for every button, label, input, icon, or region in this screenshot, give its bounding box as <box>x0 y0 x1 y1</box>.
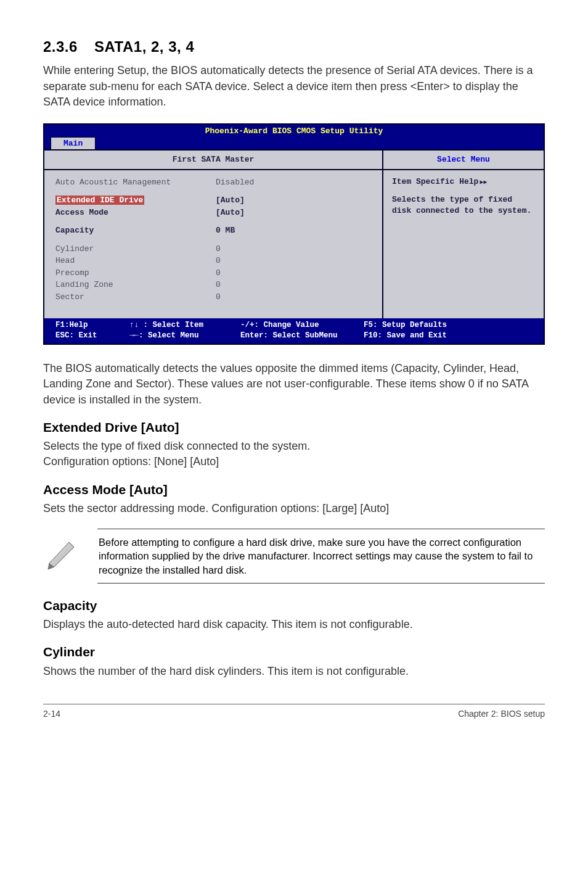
section-number: 2.3.6 <box>43 38 78 55</box>
bios-main-panel: Auto Acoustic Management Disabled Extend… <box>44 170 383 318</box>
footer-save: F10: Save and Exit <box>364 331 533 341</box>
section-heading: 2.3.6 SATA1, 2, 3, 4 <box>43 37 545 57</box>
capacity-value: 0 MB <box>216 225 371 236</box>
extended-drive-line1: Selects the type of fixed disk connected… <box>43 439 545 454</box>
footer-f1: F1:Help <box>55 320 129 331</box>
cylinder-heading: Cylinder <box>43 643 545 661</box>
after-bios-paragraph: The BIOS automatically detects the value… <box>43 361 545 408</box>
extended-drive-line2: Configuration options: [None] [Auto] <box>43 454 545 469</box>
pencil-icon <box>43 538 86 573</box>
bios-row-landing: Landing Zone 0 <box>55 279 371 291</box>
head-value: 0 <box>216 255 371 266</box>
capacity-text: Displays the auto-detected hard disk cap… <box>43 617 545 632</box>
bios-panel-title-left: First SATA Master <box>44 151 383 169</box>
access-mode-value: [Auto] <box>216 207 371 218</box>
extended-ide-value: [Auto] <box>216 195 371 206</box>
precomp-value: 0 <box>216 268 371 279</box>
capacity-heading: Capacity <box>43 597 545 614</box>
help-description: Selects the type of fixed disk connected… <box>392 194 535 216</box>
bios-titlebar: Phoenix-Award BIOS CMOS Setup Utility Ma… <box>44 125 544 151</box>
bios-tab-main: Main <box>51 137 96 150</box>
landing-label: Landing Zone <box>55 279 216 291</box>
footer-defaults: F5: Setup Defaults <box>364 320 533 331</box>
bios-row-aam: Auto Acoustic Management Disabled <box>55 176 371 189</box>
footer-leftright: →←: Select Menu <box>129 331 240 341</box>
bios-footer: F1:Help ESC: Exit ↑↓ : Select Item →←: S… <box>44 318 544 344</box>
cylinder-text: Shows the number of the hard disk cylind… <box>43 664 545 679</box>
bios-row-access: Access Mode [Auto] <box>55 207 371 219</box>
access-mode-heading: Access Mode [Auto] <box>43 481 545 498</box>
page-footer: 2-14 Chapter 2: BIOS setup <box>43 704 545 720</box>
bios-row-cylinder: Cylinder 0 <box>55 243 371 255</box>
footer-submenu: Enter: Select SubMenu <box>240 331 364 341</box>
note-text: Before attempting to configure a hard di… <box>97 529 545 584</box>
footer-esc: ESC: Exit <box>55 331 129 341</box>
bios-help-panel: Item Specific Help Selects the type of f… <box>383 170 544 318</box>
help-title: Item Specific Help <box>392 176 535 188</box>
access-mode-line1: Sets the sector addressing mode. Configu… <box>43 501 545 516</box>
bios-utility-title: Phoenix-Award BIOS CMOS Setup Utility <box>44 125 544 137</box>
aam-label: Auto Acoustic Management <box>55 177 216 188</box>
extended-ide-label: Extended IDE Drive <box>55 196 144 205</box>
section-intro: While entering Setup, the BIOS automatic… <box>43 63 545 110</box>
footer-change: -/+: Change Value <box>240 320 364 331</box>
aam-value: Disabled <box>216 177 371 188</box>
precomp-label: Precomp <box>55 268 216 279</box>
bios-panel-title-right: Select Menu <box>383 151 544 169</box>
chapter-label: Chapter 2: BIOS setup <box>458 708 545 720</box>
sector-value: 0 <box>216 292 371 303</box>
bios-row-ext: Extended IDE Drive [Auto] <box>55 194 371 207</box>
cylinder-label: Cylinder <box>55 244 216 255</box>
bios-panel-header: First SATA Master Select Menu <box>44 151 544 170</box>
bios-row-head: Head 0 <box>55 255 371 267</box>
capacity-label: Capacity <box>55 225 216 236</box>
head-label: Head <box>55 255 216 266</box>
bios-row-sector: Sector 0 <box>55 291 371 303</box>
landing-value: 0 <box>216 279 371 291</box>
cylinder-value: 0 <box>216 244 371 255</box>
footer-updown: ↑↓ : Select Item <box>129 320 240 331</box>
access-mode-label: Access Mode <box>55 207 216 218</box>
bios-screenshot: Phoenix-Award BIOS CMOS Setup Utility Ma… <box>43 123 545 345</box>
section-title: SATA1, 2, 3, 4 <box>94 38 194 55</box>
bios-row-precomp: Precomp 0 <box>55 267 371 279</box>
bios-row-capacity: Capacity 0 MB <box>55 225 371 237</box>
extended-drive-heading: Extended Drive [Auto] <box>43 419 545 436</box>
sector-label: Sector <box>55 292 216 303</box>
page-number: 2-14 <box>43 708 60 720</box>
note-block: Before attempting to configure a hard di… <box>43 529 545 584</box>
